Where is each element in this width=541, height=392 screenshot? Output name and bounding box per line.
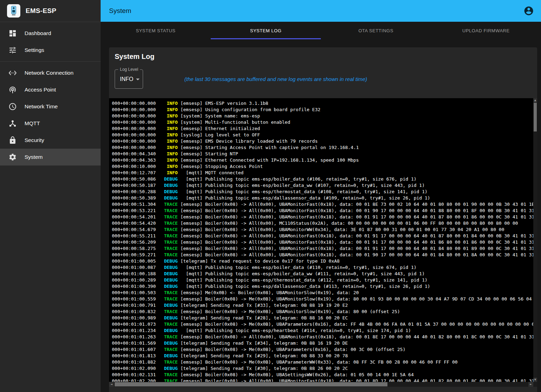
sidebar-item-label: Network Connection: [25, 70, 74, 76]
log-line: 000+00:01:00.289 DEBUG [mqtt] Publishing…: [112, 277, 533, 283]
sidebar-item-settings[interactable]: Settings: [0, 42, 101, 59]
log-line: 000+00:01:01.607 TRACE [emsesp] Boiler(0…: [112, 346, 533, 353]
log-level-value: INFO: [120, 76, 133, 82]
log-line: 000+00:00:54.420 TRACE [emsesp] Boiler(0…: [112, 220, 533, 227]
log-line: 000+00:00:54.679 TRACE [emsesp] Boiler(0…: [112, 227, 533, 233]
log-line: 000+00:00:55.211 TRACE [emsesp] Boiler(0…: [112, 233, 533, 239]
page-title: System: [109, 7, 521, 15]
log-line: 000+00:00:00.000 INFO [syslog] Log level…: [112, 132, 533, 138]
log-line: 000+00:01:01.073 TRACE [emsesp] Boiler(0…: [112, 321, 533, 327]
log-line: 000+00:00:10.000 INFO [emsesp] Stopping …: [112, 163, 533, 170]
tab-bar: SYSTEM STATUSSYSTEM LOGOTA SETTINGSUPLOA…: [101, 22, 541, 39]
log-line: 000+00:01:02.090 DEBUG [telegram] Sendin…: [112, 365, 533, 372]
clock-icon: [8, 102, 17, 111]
log-line: 000+00:01:01.234 DEBUG [mqtt] Publishing…: [112, 327, 533, 334]
log-line: 000+00:00:04.363 INFO [emsesp] Ethernet …: [112, 157, 533, 163]
tab-system-log[interactable]: SYSTEM LOG: [211, 22, 321, 39]
system-log-card: System Log Log Level INFO (the last 30 m…: [109, 47, 537, 392]
tab-upload-firmware[interactable]: UPLOAD FIRMWARE: [431, 22, 541, 39]
log-line: 000+00:00:54.201 TRACE [emsesp] Boiler(0…: [112, 214, 533, 220]
log-line: 000+00:00:12.707 INFO [mqtt] MQTT connec…: [112, 170, 533, 176]
sidebar-item-system[interactable]: System: [0, 149, 101, 165]
log-line: 000+00:00:51.304 TRACE [emsesp] Boiler(0…: [112, 201, 533, 208]
sidebar-item-label: Settings: [25, 47, 44, 53]
dashboard-icon: [8, 29, 17, 38]
log-line: 000+00:01:02.131 TRACE [emsesp] Boiler(0…: [112, 372, 533, 378]
log-line: 000+00:00:53.221 TRACE [emsesp] Boiler(0…: [112, 208, 533, 214]
ethernet-icon: [8, 69, 17, 77]
log-line: 000+00:01:00.832 TRACE [emsesp] Boiler(0…: [112, 309, 533, 315]
card-header: System Log Log Level INFO (the last 30 m…: [109, 47, 537, 98]
tune-icon: [8, 46, 17, 54]
log-line: 000+00:00:59.271 TRACE [emsesp] Boiler(0…: [112, 252, 533, 258]
sidebar-nav: DashboardSettingsNetwork ConnectionAcces…: [0, 22, 101, 165]
log-console-lines: 000+00:00:00.000 INFO [emsesp] EMS-ESP v…: [109, 98, 533, 382]
gear-icon: [8, 153, 17, 161]
app-title: EMS-ESP: [26, 7, 56, 15]
scroll-down-icon[interactable]: ▼: [533, 378, 537, 382]
vertical-scrollbar-thumb[interactable]: [534, 103, 537, 131]
sidebar-item-label: Network Time: [25, 103, 58, 110]
sidebar-item-label: MQTT: [25, 120, 40, 127]
app-bar: System: [101, 0, 541, 22]
sidebar-item-mqtt[interactable]: MQTT: [0, 115, 101, 132]
log-line: 000+00:01:00.989 DEBUG [telegram] Sendin…: [112, 315, 533, 321]
sidebar-item-network-time[interactable]: Network Time: [0, 98, 101, 115]
log-line: 000+00:01:00.503 TRACE [emsesp] Me(0x0B)…: [112, 290, 533, 296]
tab-system-status[interactable]: SYSTEM STATUS: [101, 22, 211, 39]
account-circle-icon: [523, 6, 534, 16]
tab-label: SYSTEM LOG: [250, 28, 282, 33]
log-controls: Log Level INFO (the last 30 messages are…: [115, 69, 532, 89]
tab-label: SYSTEM STATUS: [136, 28, 176, 33]
log-console: 000+00:00:00.000 INFO [emsesp] EMS-ESP v…: [109, 98, 537, 387]
log-line: 000+00:00:58.275 TRACE [emsesp] Boiler(0…: [112, 245, 533, 252]
sidebar: EMS-ESP DashboardSettingsNetwork Connect…: [0, 0, 101, 392]
horizontal-scrollbar[interactable]: ◄ ►: [109, 382, 533, 387]
main-area: System SYSTEM STATUSSYSTEM LOGOTA SETTIN…: [101, 0, 541, 392]
log-line: 000+00:00:00.000 INFO [emsesp] Ethernet …: [112, 126, 533, 132]
chevron-down-icon: [136, 79, 140, 80]
divider: [0, 61, 101, 62]
sidebar-header: EMS-ESP: [0, 0, 101, 22]
log-line: 000+00:01:01.882 TRACE [emsesp] Boiler(0…: [112, 359, 533, 365]
vertical-scrollbar[interactable]: ▲ ▼: [533, 98, 537, 382]
scroll-left-icon[interactable]: ◄: [109, 382, 114, 387]
log-line: 000+00:01:01.813 DEBUG [telegram] Sendin…: [112, 353, 533, 359]
sidebar-item-access-point[interactable]: Access Point: [0, 81, 101, 98]
tab-ota-settings[interactable]: OTA SETTINGS: [321, 22, 431, 39]
log-line: 000+00:01:00.188 DEBUG [mqtt] Publishing…: [112, 271, 533, 277]
sidebar-item-security[interactable]: Security: [0, 132, 101, 149]
log-line: 000+00:00:50.288 DEBUG [mqtt] Publishing…: [112, 189, 533, 195]
card-title: System Log: [115, 53, 532, 61]
wifi-tethering-icon: [8, 86, 17, 94]
log-line: 000+00:00:00.000 INFO [system] System na…: [112, 113, 533, 119]
sidebar-item-label: Dashboard: [25, 30, 51, 36]
scroll-right-icon[interactable]: ►: [528, 382, 533, 387]
content-area: System Log Log Level INFO (the last 30 m…: [101, 39, 541, 392]
log-line: 000+00:01:00.791 DEBUG [telegram] Sendin…: [112, 302, 533, 309]
log-line: 000+00:00:50.187 DEBUG [mqtt] Publishing…: [112, 182, 533, 189]
device-hub-icon: [8, 119, 17, 128]
lock-icon: [8, 136, 17, 144]
log-line: 000+00:00:50.389 DEBUG [mqtt] Publishing…: [112, 195, 533, 201]
tab-label: OTA SETTINGS: [358, 28, 393, 33]
account-button[interactable]: [521, 4, 536, 18]
app-logo: [7, 4, 20, 18]
sidebar-item-network-connection[interactable]: Network Connection: [0, 65, 101, 81]
log-level-select[interactable]: Log Level INFO: [115, 69, 143, 89]
log-line: 000+00:01:00.087 DEBUG [mqtt] Publishing…: [112, 264, 533, 271]
log-line: 000+00:01:00.390 DEBUG [mqtt] Publishing…: [112, 283, 533, 290]
log-buffer-note: (the last 30 messages are buffered and n…: [184, 76, 367, 82]
log-line: 000+00:00:56.209 TRACE [emsesp] Boiler(0…: [112, 239, 533, 245]
log-line: 000+00:01:02.200 TRACE [emsesp] Boiler(0…: [112, 378, 533, 382]
log-level-label: Log Level: [118, 67, 140, 72]
log-line: 000+00:00:00.000 INFO [emsesp] EMS-ESP v…: [112, 100, 533, 107]
log-line: 000+00:01:00.005 DEBUG [telegram] Tx rea…: [112, 258, 533, 264]
log-line: 000+00:00:50.086 DEBUG [mqtt] Publishing…: [112, 176, 533, 182]
sidebar-item-dashboard[interactable]: Dashboard: [0, 25, 101, 42]
log-line: 000+00:00:00.000 INFO [system] Multi-fun…: [112, 119, 533, 126]
horizontal-scrollbar-thumb[interactable]: [115, 382, 387, 386]
log-line: 000+00:01:01.263 TRACE [emsesp] Boiler(0…: [112, 334, 533, 340]
scroll-up-icon[interactable]: ▲: [533, 98, 537, 102]
log-line: 000+00:00:00.000 INFO [emsesp] EMS Devic…: [112, 138, 533, 144]
